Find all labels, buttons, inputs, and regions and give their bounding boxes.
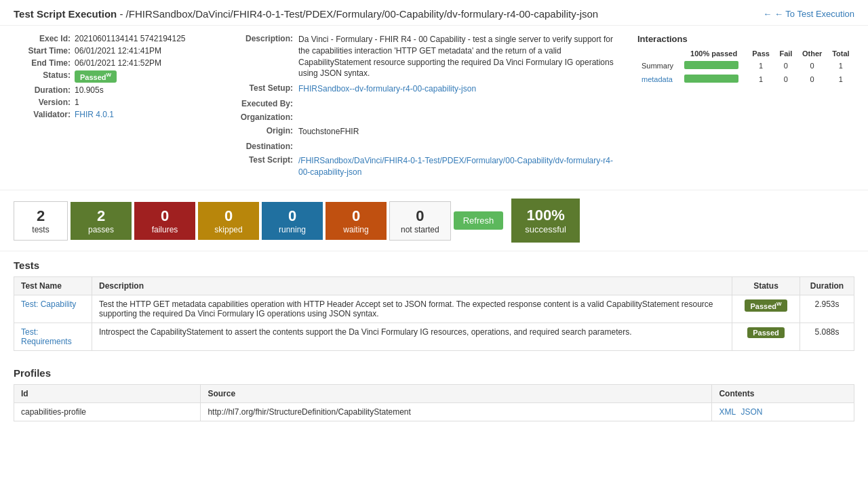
version-value: 1: [75, 98, 79, 107]
col-test-name: Test Name: [14, 277, 92, 295]
validator-value: FHIR 4.0.1: [75, 110, 114, 119]
stat-waiting: 0 waiting: [326, 202, 387, 240]
interactions-section: Interactions 100% passed Pass Fail Other…: [637, 34, 854, 182]
validator-link[interactable]: FHIR 4.0.1: [75, 110, 114, 119]
stat-skipped: 0 skipped: [198, 202, 259, 240]
interaction-fail: 0: [774, 72, 797, 86]
stat-notstarted: 0 not started: [389, 201, 451, 241]
end-time-label: End Time:: [14, 58, 75, 68]
notstarted-label: not started: [401, 225, 439, 234]
int-col-total: Total: [827, 48, 854, 59]
version-label: Version:: [14, 98, 75, 107]
stat-tests: 2 tests: [14, 201, 68, 241]
page-title: Test Script Execution - /FHIRSandbox/DaV…: [14, 8, 598, 20]
stats-section: 2 tests 2 passes 0 failures 0 skipped 0 …: [0, 190, 868, 251]
tests-num: 2: [25, 207, 56, 225]
exec-id-label: Exec Id:: [14, 34, 75, 43]
setup-value: FHIRSandbox--dv-formulary-r4-00-capabili…: [298, 83, 476, 95]
profiles-table: Id Source Contents capabilities-profileh…: [14, 384, 854, 421]
info-section: Exec Id: 20210601134141 5742194125 Start…: [0, 26, 868, 190]
interaction-pass: 1: [747, 72, 774, 86]
json-link[interactable]: JSON: [741, 407, 762, 417]
tests-table: Test Name Description Status Duration Te…: [14, 276, 854, 351]
test-status: Passed: [732, 323, 800, 351]
refresh-button[interactable]: Refresh: [454, 211, 504, 230]
table-row: capabilities-profilehttp://hl7.org/fhir/…: [14, 403, 854, 421]
destination-label: Destination:: [217, 142, 298, 151]
passes-label: passes: [81, 225, 121, 234]
status-badge: Passed: [747, 327, 785, 338]
table-row: Test: RequirementsIntrospect the Capabil…: [14, 323, 854, 351]
executed-label: Executed By:: [217, 99, 298, 108]
failures-num: 0: [145, 207, 184, 225]
page-header: Test Script Execution - /FHIRSandbox/DaV…: [0, 0, 868, 26]
tests-section: Tests Test Name Description Status Durat…: [0, 251, 868, 359]
waiting-num: 0: [336, 207, 376, 225]
int-col-other: Other: [797, 48, 827, 59]
interaction-total: 1: [827, 59, 854, 72]
success-box: 100% successful: [511, 199, 580, 243]
test-link[interactable]: Test: Capability: [21, 299, 76, 309]
col-profile-contents: Contents: [712, 385, 854, 403]
waiting-label: waiting: [336, 225, 376, 234]
stat-passes: 2 passes: [71, 202, 132, 240]
int-col-fail: Fail: [774, 48, 797, 59]
test-link[interactable]: Test: Requirements: [21, 327, 72, 346]
status-label: Status:: [14, 70, 75, 83]
exec-id: 20210601134141 5742194125: [75, 34, 186, 43]
skipped-label: skipped: [209, 225, 248, 234]
col-profile-id: Id: [14, 385, 201, 403]
org-label: Organization:: [217, 112, 298, 122]
desc-label: Description:: [217, 34, 298, 79]
interaction-total: 1: [827, 72, 854, 86]
script-value: /FHIRSandbox/DaVinci/FHIR4-0-1-Test/PDEX…: [298, 155, 624, 178]
status-badge: PassedW: [75, 70, 117, 83]
tests-label: tests: [25, 225, 56, 234]
col-test-duration: Duration: [800, 277, 854, 295]
running-label: running: [273, 225, 312, 234]
stat-failures: 0 failures: [134, 202, 195, 240]
success-label: successful: [525, 224, 566, 234]
setup-link[interactable]: FHIRSandbox--dv-formulary-r4-00-capabili…: [298, 84, 476, 94]
passes-num: 2: [81, 207, 121, 225]
end-time: 06/01/2021 12:41:52PM: [75, 58, 161, 68]
notstarted-num: 0: [401, 207, 439, 225]
interaction-pass: 1: [747, 59, 774, 72]
profile-contents: XML JSON: [712, 403, 854, 421]
start-time: 06/01/2021 12:41:41PM: [75, 46, 161, 56]
setup-label: Test Setup:: [217, 83, 298, 95]
interactions-title: Interactions: [637, 34, 854, 44]
origin-value: TouchstoneFHIR: [298, 126, 359, 138]
exec-info: Exec Id: 20210601134141 5742194125 Start…: [14, 34, 203, 182]
int-col-pass: Pass: [747, 48, 774, 59]
failures-label: failures: [145, 225, 184, 234]
status-badge: PassedW: [745, 299, 787, 312]
start-time-label: Start Time:: [14, 46, 75, 56]
back-link[interactable]: ← To Test Execution: [763, 9, 854, 19]
int-col-100passed: 100% passed: [680, 48, 747, 59]
interactions-table: 100% passed Pass Fail Other Total Summar…: [637, 48, 854, 86]
xml-link[interactable]: XML: [719, 407, 736, 417]
interaction-progress: [680, 59, 747, 72]
duration-label: Duration:: [14, 85, 75, 95]
interaction-other: 0: [797, 72, 827, 86]
tests-section-title: Tests: [14, 260, 854, 271]
test-duration: 5.088s: [800, 323, 854, 351]
col-profile-source: Source: [201, 385, 712, 403]
int-col-name: [637, 48, 680, 59]
col-test-status: Status: [732, 277, 800, 295]
interaction-other: 0: [797, 59, 827, 72]
interaction-link[interactable]: metadata: [642, 75, 673, 83]
description-section: Description: Da Vinci - Formulary - FHIR…: [217, 34, 624, 182]
stat-running: 0 running: [262, 202, 323, 240]
test-description: Introspect the CapabilityStatement to as…: [92, 323, 732, 351]
test-description: Test the HTTP GET metadata capabilities …: [92, 295, 732, 323]
profile-source: http://hl7.org/fhir/StructureDefinition/…: [201, 403, 712, 421]
script-label: Test Script:: [217, 155, 298, 178]
test-name: Test: Capability: [14, 295, 92, 323]
profiles-section-title: Profiles: [14, 367, 854, 379]
duration-value: 10.905s: [75, 85, 104, 95]
interaction-progress: [680, 72, 747, 86]
script-link[interactable]: /FHIRSandbox/DaVinci/FHIR4-0-1-Test/PDEX…: [298, 156, 613, 177]
profile-id: capabilities-profile: [14, 403, 201, 421]
